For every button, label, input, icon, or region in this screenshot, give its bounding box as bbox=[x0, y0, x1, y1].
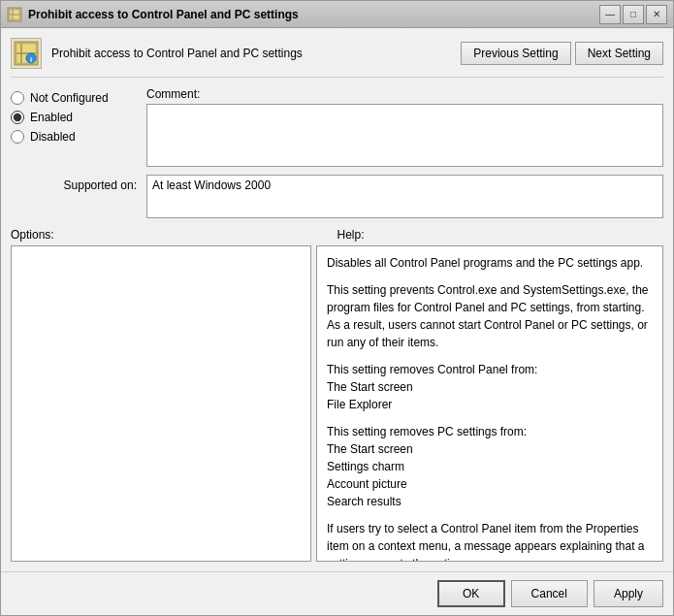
next-setting-button[interactable]: Next Setting bbox=[575, 42, 663, 65]
title-bar-controls: — □ ✕ bbox=[599, 5, 667, 24]
previous-setting-button[interactable]: Previous Setting bbox=[461, 42, 570, 65]
help-paragraph-5: If users try to select a Control Panel i… bbox=[327, 520, 653, 562]
nav-buttons: Previous Setting Next Setting bbox=[461, 42, 663, 65]
settings-row: Not Configured Enabled Disabled Comment: bbox=[11, 87, 663, 167]
content-area: i Prohibit access to Control Panel and P… bbox=[1, 28, 673, 571]
help-paragraph-1: Disables all Control Panel programs and … bbox=[327, 254, 653, 272]
panels-row: Disables all Control Panel programs and … bbox=[11, 245, 663, 562]
enabled-label: Enabled bbox=[30, 111, 73, 124]
disabled-radio[interactable] bbox=[11, 130, 24, 144]
help-paragraph-4: This setting removes PC settings from:Th… bbox=[327, 423, 653, 510]
supported-label: Supported on: bbox=[11, 175, 146, 192]
not-configured-label: Not Configured bbox=[30, 91, 109, 105]
radio-group: Not Configured Enabled Disabled bbox=[11, 87, 146, 144]
help-label: Help: bbox=[337, 228, 664, 242]
ok-button[interactable]: OK bbox=[437, 580, 505, 607]
window-title: Prohibit access to Control Panel and PC … bbox=[28, 8, 599, 21]
cancel-button[interactable]: Cancel bbox=[511, 580, 588, 607]
options-label: Options: bbox=[11, 228, 337, 242]
main-window: Prohibit access to Control Panel and PC … bbox=[0, 0, 674, 616]
header-row: i Prohibit access to Control Panel and P… bbox=[11, 38, 663, 78]
footer: OK Cancel Apply bbox=[1, 571, 673, 615]
header-title: Prohibit access to Control Panel and PC … bbox=[51, 47, 461, 60]
svg-text:i: i bbox=[30, 55, 32, 64]
minimize-button[interactable]: — bbox=[599, 5, 621, 24]
not-configured-option[interactable]: Not Configured bbox=[11, 91, 146, 105]
enabled-option[interactable]: Enabled bbox=[11, 111, 146, 124]
close-button[interactable]: ✕ bbox=[646, 5, 667, 24]
maximize-button[interactable]: □ bbox=[623, 5, 644, 24]
comment-section: Comment: bbox=[146, 87, 663, 167]
policy-icon: i bbox=[11, 38, 42, 69]
apply-button[interactable]: Apply bbox=[594, 580, 663, 607]
options-panel bbox=[11, 245, 311, 562]
comment-label: Comment: bbox=[146, 87, 663, 101]
options-help-labels: Options: Help: bbox=[11, 228, 663, 242]
supported-value-box: At least Windows 2000 bbox=[146, 175, 663, 218]
help-paragraph-2: This setting prevents Control.exe and Sy… bbox=[327, 281, 653, 351]
window-icon bbox=[7, 7, 22, 22]
disabled-option[interactable]: Disabled bbox=[11, 130, 146, 144]
disabled-label: Disabled bbox=[30, 130, 76, 144]
comment-textarea[interactable] bbox=[146, 104, 663, 167]
supported-value: At least Windows 2000 bbox=[152, 178, 271, 192]
supported-row: Supported on: At least Windows 2000 bbox=[11, 175, 663, 218]
title-bar: Prohibit access to Control Panel and PC … bbox=[1, 1, 673, 28]
not-configured-radio[interactable] bbox=[11, 91, 24, 105]
help-panel: Disables all Control Panel programs and … bbox=[316, 245, 663, 562]
help-paragraph-3: This setting removes Control Panel from:… bbox=[327, 361, 653, 413]
enabled-radio[interactable] bbox=[11, 111, 24, 124]
